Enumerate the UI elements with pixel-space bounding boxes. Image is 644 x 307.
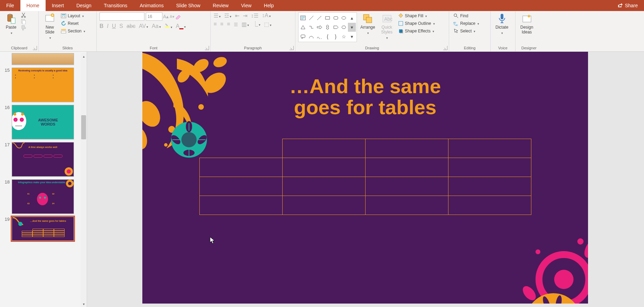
replace-button[interactable]: abac Replace: [452, 20, 481, 27]
line-spacing-icon[interactable]: ↕☰: [251, 12, 258, 19]
slide-thumbnail-17[interactable]: A time always works well: [12, 142, 74, 177]
shape-roundrect[interactable]: [332, 13, 340, 22]
bullets-icon[interactable]: ☰: [214, 12, 221, 19]
font-color-icon[interactable]: A: [176, 23, 186, 29]
shape-arrow-updown[interactable]: [324, 23, 332, 32]
arrange-button[interactable]: Arrange: [358, 12, 377, 36]
bold-icon[interactable]: B: [100, 23, 104, 29]
shape-outline-button[interactable]: Shape Outline: [397, 20, 436, 27]
gallery-scroll-up[interactable]: ▴: [348, 13, 356, 22]
shape-callout[interactable]: [299, 32, 307, 41]
font-launcher[interactable]: [205, 46, 209, 50]
shape-triangle[interactable]: [299, 23, 307, 32]
tab-view[interactable]: View: [235, 0, 258, 11]
thumb-row-partial[interactable]: [0, 53, 80, 66]
gallery-more[interactable]: ▾: [348, 32, 356, 41]
reset-button[interactable]: Reset: [59, 20, 87, 27]
tab-transitions[interactable]: Transitions: [98, 0, 134, 11]
clear-format-icon[interactable]: [176, 14, 181, 19]
slide-thumbnail-19[interactable]: …And the same goes for tables: [12, 217, 74, 241]
shape-leftbrace[interactable]: {: [324, 32, 332, 41]
shape-fill-button[interactable]: Shape Fill: [397, 12, 436, 19]
increase-font-icon[interactable]: A▴: [163, 14, 169, 19]
font-name-combo[interactable]: [100, 12, 144, 21]
thumb-scroll-handle[interactable]: [81, 115, 86, 139]
drawing-launcher[interactable]: [443, 46, 447, 50]
tab-insert[interactable]: Insert: [46, 0, 70, 11]
change-case-icon[interactable]: Aa: [152, 23, 161, 29]
design-ideas-button[interactable]: Design Ideas: [518, 12, 535, 35]
shape-arrow-right[interactable]: [315, 23, 323, 32]
decrease-font-icon[interactable]: A▾: [169, 14, 175, 19]
gallery-scroll-down[interactable]: ▾: [348, 23, 356, 32]
font-size-combo[interactable]: 16: [146, 12, 162, 21]
thumb-scroll-down[interactable]: ▾: [80, 301, 87, 307]
find-button[interactable]: Find: [452, 12, 481, 19]
shape-pentagon[interactable]: [332, 23, 340, 32]
numbering-icon[interactable]: ☲: [224, 12, 231, 19]
align-center-icon[interactable]: ≡: [220, 21, 223, 28]
shape-line[interactable]: [307, 13, 315, 22]
shape-effects-button[interactable]: Shape Effects: [397, 28, 436, 34]
paragraph-launcher[interactable]: [290, 46, 294, 50]
strike-icon[interactable]: abc: [126, 23, 135, 29]
tab-home[interactable]: Home: [20, 0, 46, 11]
text-direction-icon[interactable]: ↕A: [262, 12, 271, 19]
justify-icon[interactable]: ≣: [234, 21, 238, 28]
tab-review[interactable]: Review: [207, 0, 235, 11]
smartart-icon[interactable]: ⬚: [264, 21, 272, 28]
shape-line-arrow[interactable]: [315, 13, 323, 22]
cut-icon[interactable]: [21, 12, 26, 18]
shape-connector[interactable]: [307, 23, 315, 32]
thumb-row[interactable]: 15 Reviewing concepts is usually a good …: [0, 66, 80, 103]
tab-file[interactable]: File: [0, 0, 20, 11]
slide-canvas[interactable]: …And the same goes for tables: [142, 52, 588, 304]
tab-animations[interactable]: Animations: [133, 0, 170, 11]
copy-icon[interactable]: [21, 19, 26, 24]
align-left-icon[interactable]: ≡: [214, 21, 217, 28]
shape-hexagon[interactable]: [340, 23, 348, 32]
layout-button[interactable]: Layout: [59, 12, 87, 19]
tab-slideshow[interactable]: Slide Show: [170, 0, 207, 11]
quick-styles-button[interactable]: Abc Quick Styles: [379, 12, 395, 41]
shape-arc[interactable]: [307, 32, 315, 41]
shape-star[interactable]: ☆: [340, 32, 348, 41]
clipboard-launcher[interactable]: [33, 46, 37, 50]
italic-icon[interactable]: I: [107, 23, 108, 29]
columns-icon[interactable]: ▥: [242, 21, 249, 28]
shape-rect[interactable]: [324, 13, 332, 22]
new-slide-dropdown[interactable]: [49, 35, 51, 40]
tab-help[interactable]: Help: [258, 0, 280, 11]
thumb-row[interactable]: 18 Infographics make your idea understab…: [0, 178, 80, 215]
tab-design[interactable]: Design: [70, 0, 98, 11]
shapes-gallery[interactable]: ▴ ▾ { } ☆ ▾: [298, 12, 357, 42]
shadow-icon[interactable]: S: [120, 23, 123, 29]
thumb-row[interactable]: 19 …And the same goes for tables: [0, 215, 80, 242]
format-painter-icon[interactable]: [21, 25, 26, 30]
slide-thumbnail-15[interactable]: Reviewing concepts is usually a good ide…: [12, 68, 74, 102]
paste-button[interactable]: Paste: [3, 12, 19, 36]
shape-curve[interactable]: [315, 32, 323, 41]
indent-icon[interactable]: ⇥: [243, 12, 247, 19]
section-button[interactable]: Section: [59, 28, 87, 34]
align-text-icon[interactable]: ⎿: [253, 21, 261, 28]
underline-icon[interactable]: U: [112, 23, 116, 29]
highlight-icon[interactable]: [164, 23, 172, 30]
outdent-icon[interactable]: ⇤: [235, 12, 239, 19]
dictate-button[interactable]: Dictate: [493, 12, 510, 36]
thumb-row[interactable]: 16 AWESOMEWORDS: [0, 103, 80, 141]
slide-thumbnail-16[interactable]: AWESOMEWORDS: [12, 105, 74, 139]
char-spacing-icon[interactable]: AV: [139, 23, 148, 29]
slide-editor-area[interactable]: …And the same goes for tables: [87, 52, 644, 307]
slide-thumbnail-18[interactable]: Infographics make your idea understable……: [12, 179, 74, 214]
shape-textbox[interactable]: [299, 13, 307, 22]
paste-dropdown[interactable]: [10, 30, 12, 35]
thumb-scroll-up[interactable]: ▴: [80, 53, 87, 59]
share-button[interactable]: Share: [611, 0, 644, 11]
new-slide-button[interactable]: New Slide: [41, 12, 58, 41]
shape-rightbrace[interactable]: }: [332, 32, 340, 41]
select-button[interactable]: Select: [452, 28, 481, 34]
shape-oval[interactable]: [340, 13, 348, 22]
thumb-row[interactable]: 17 A time always works well: [0, 141, 80, 178]
thumbnail-scrollbar[interactable]: ▴ ▾: [80, 53, 87, 307]
